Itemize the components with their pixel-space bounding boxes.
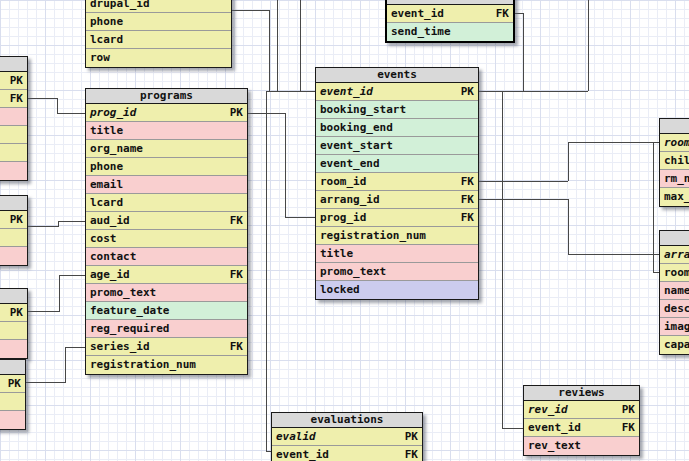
row-contact[interactable]: contact <box>86 248 247 266</box>
table-row[interactable] <box>0 322 27 340</box>
table-reviews-header[interactable]: reviews <box>524 386 639 401</box>
table-arrangements[interactable]: arra room_ name descr image capac <box>659 230 689 355</box>
row-title[interactable]: title <box>316 245 478 263</box>
row-evalid[interactable]: evalidPK <box>272 428 422 446</box>
row-event_id[interactable]: event_idFK <box>524 419 639 437</box>
table-sender[interactable]: event_idFK send_time <box>385 0 515 43</box>
connector-evaluations-events <box>266 91 315 92</box>
row-drupal_id[interactable]: drupal_id <box>86 0 231 13</box>
row-phone[interactable]: phone <box>86 158 247 176</box>
row-event_id[interactable]: event_idFK <box>387 5 513 23</box>
table-evaluations-header[interactable]: evaluations <box>272 413 422 428</box>
row-cost[interactable]: cost <box>86 230 247 248</box>
table-rooms-header[interactable] <box>660 119 689 134</box>
row-lcard[interactable]: lcard <box>86 31 231 49</box>
table-left-partial-1[interactable]: PK FK <box>0 56 28 181</box>
table-left-partial-2-header[interactable] <box>0 196 27 211</box>
connector-events-arrangements <box>479 199 568 200</box>
row-fk[interactable]: FK <box>0 90 27 108</box>
row-promo_text[interactable]: promo_text <box>316 263 478 281</box>
table-row[interactable] <box>0 340 27 358</box>
row-room_id[interactable]: room_idFK <box>316 173 478 191</box>
row-pk[interactable]: PK <box>0 72 27 90</box>
row-lcard[interactable]: lcard <box>86 194 247 212</box>
table-programs[interactable]: programs prog_idPK title org_name phone … <box>85 88 248 375</box>
table-left-partial-1-header[interactable] <box>0 57 27 72</box>
row-pk[interactable]: PK <box>0 375 25 393</box>
row-room_id[interactable]: room_ <box>660 264 689 282</box>
table-row[interactable] <box>0 229 27 247</box>
row-phone[interactable]: phone <box>86 13 231 31</box>
table-row[interactable] <box>0 393 25 411</box>
table-evaluations[interactable]: evaluations evalidPK event_idFK <box>271 412 423 461</box>
table-drupal[interactable]: drupal_id phone lcard row <box>85 0 232 68</box>
connector-left3-programs <box>28 311 59 312</box>
table-row[interactable] <box>0 247 27 265</box>
table-left-partial-4[interactable]: PK <box>0 359 26 430</box>
table-left-partial-3[interactable]: PK <box>0 288 28 359</box>
row-capac[interactable]: capac <box>660 336 689 354</box>
row-arrang_id[interactable]: arrang_idFK <box>316 191 478 209</box>
connector-sender-events <box>515 13 523 14</box>
row-registration_num[interactable]: registration_num <box>316 227 478 245</box>
connector-evaluations-events <box>266 91 267 452</box>
connector-events-arrangements <box>568 254 659 255</box>
row-prog_id[interactable]: prog_idFK <box>316 209 478 227</box>
table-row[interactable] <box>0 144 27 162</box>
row-send_time[interactable]: send_time <box>387 23 513 41</box>
row-booking_end[interactable]: booking_end <box>316 119 478 137</box>
row-image[interactable]: image <box>660 318 689 336</box>
connector-left3-programs <box>59 275 85 276</box>
row-pk[interactable]: PK <box>0 304 27 322</box>
row-locked[interactable]: locked <box>316 281 478 299</box>
table-row[interactable] <box>0 162 27 180</box>
row-rev_text[interactable]: rev_text <box>524 437 639 455</box>
row-org_name[interactable]: org_name <box>86 140 247 158</box>
row-feature_date[interactable]: feature_date <box>86 302 247 320</box>
table-reviews[interactable]: reviews rev_idPK event_idFK rev_text <box>523 385 640 456</box>
row-rev_id[interactable]: rev_idPK <box>524 401 639 419</box>
table-arrangements-header[interactable] <box>660 231 689 246</box>
connector-left1-programs <box>57 98 58 114</box>
connector-drupal-events <box>269 10 270 91</box>
row-aud_id[interactable]: aud_idFK <box>86 212 247 230</box>
row-room_id[interactable]: room <box>660 134 689 152</box>
row-reg_required[interactable]: reg_required <box>86 320 247 338</box>
row-series_id[interactable]: series_idFK <box>86 338 247 356</box>
row-event_id[interactable]: event_idPK <box>316 83 478 101</box>
table-left-partial-2[interactable]: PK <box>0 195 28 266</box>
connector-offscreen-events <box>277 0 278 91</box>
row-event_id[interactable]: event_idFK <box>272 446 422 461</box>
row-age_id[interactable]: age_idFK <box>86 266 247 284</box>
row-rm_n[interactable]: rm_n <box>660 170 689 188</box>
row-prog_id[interactable]: prog_idPK <box>86 104 247 122</box>
row-arrang_id[interactable]: arra <box>660 246 689 264</box>
table-events[interactable]: events event_idPK booking_start booking_… <box>315 67 479 300</box>
connector-events-rooms <box>479 181 568 182</box>
row-chil[interactable]: chil <box>660 152 689 170</box>
row-event_end[interactable]: event_end <box>316 155 478 173</box>
row-title[interactable]: title <box>86 122 247 140</box>
row-promo_text[interactable]: promo_text <box>86 284 247 302</box>
connector-left4-programs <box>26 382 65 383</box>
table-row[interactable] <box>0 126 27 144</box>
row-booking_start[interactable]: booking_start <box>316 101 478 119</box>
table-left-partial-4-header[interactable] <box>0 360 25 375</box>
table-events-header[interactable]: events <box>316 68 478 83</box>
er-diagram-canvas: drupal_id phone lcard row programs prog_… <box>0 0 689 461</box>
row-row[interactable]: row <box>86 49 231 67</box>
row-pk[interactable]: PK <box>0 211 27 229</box>
row-event_start[interactable]: event_start <box>316 137 478 155</box>
table-left-partial-3-header[interactable] <box>0 289 27 304</box>
connector-left3-programs <box>59 275 60 312</box>
row-name[interactable]: name <box>660 282 689 300</box>
table-programs-header[interactable]: programs <box>86 89 247 104</box>
table-row[interactable] <box>0 411 25 429</box>
row-email[interactable]: email <box>86 176 247 194</box>
connector-drupal-events <box>232 10 269 11</box>
table-rooms[interactable]: room chil rm_n max_ <box>659 118 689 207</box>
row-max[interactable]: max_ <box>660 188 689 206</box>
row-descr[interactable]: descr <box>660 300 689 318</box>
table-row[interactable] <box>0 108 27 126</box>
row-registration_num[interactable]: registration_num <box>86 356 247 374</box>
